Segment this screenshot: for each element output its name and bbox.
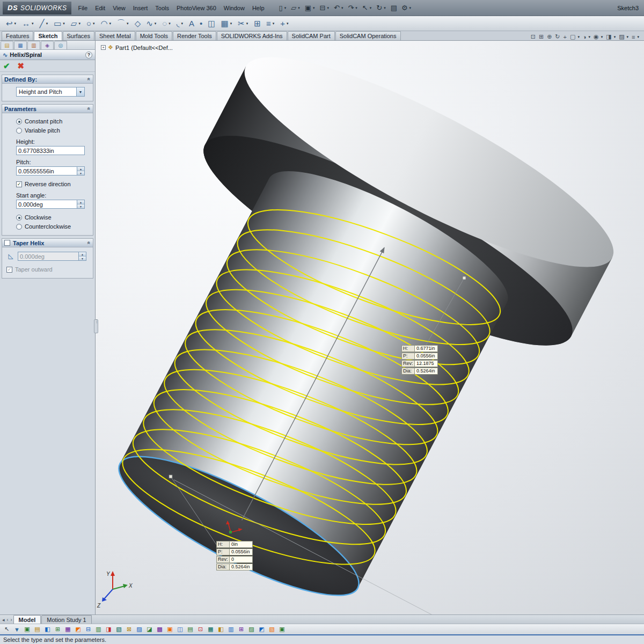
menu-item[interactable]: Insert: [129, 3, 152, 13]
tree-part-label[interactable]: Part1 (Default<<Def...: [115, 45, 173, 51]
cam-toolbar-icon[interactable]: ◩: [74, 625, 83, 634]
cam-toolbar-icon[interactable]: ⊟: [84, 625, 93, 634]
undo-icon[interactable]: ↶: [331, 3, 341, 13]
constant-pitch-radio[interactable]: Constant pitch: [16, 117, 62, 126]
dimxpertmanager-tab-icon[interactable]: ◈: [41, 41, 54, 49]
dropdown-caret-icon[interactable]: ▾: [92, 21, 97, 26]
dropdown-caret-icon[interactable]: ▾: [626, 35, 631, 39]
print-icon[interactable]: ⊟: [317, 3, 327, 13]
dropdown-caret-icon[interactable]: ▾: [14, 21, 18, 26]
graphics-area[interactable]: Y X Z + ❖ Part1 (Default<<Def... H:0.677…: [96, 41, 644, 614]
dropdown-caret-icon[interactable]: ▾: [326, 6, 331, 10]
cam-toolbar-icon[interactable]: ▦: [63, 625, 72, 634]
dropdown-caret-icon[interactable]: ▾: [613, 35, 618, 39]
variable-pitch-radio[interactable]: Variable pitch: [16, 126, 60, 135]
callout-value[interactable]: 0in: [229, 541, 253, 548]
display-style-icon[interactable]: ◑: [581, 34, 588, 40]
dropdown-caret-icon[interactable]: ▾: [369, 6, 374, 10]
defined-by-header[interactable]: Defined By: «: [2, 75, 93, 84]
counterclockwise-radio[interactable]: Counterclockwise: [16, 222, 71, 231]
exit-sketch-icon[interactable]: ↩: [2, 18, 14, 30]
sketch-fillet-icon[interactable]: ◟: [172, 18, 181, 30]
spinner-down-icon[interactable]: ▼: [77, 171, 84, 175]
collapse-chevron-icon[interactable]: «: [86, 78, 92, 81]
dropdown-caret-icon[interactable]: ▾: [601, 35, 605, 39]
dropdown-caret-icon[interactable]: ▾: [168, 21, 172, 26]
cam-select-icon[interactable]: ↖: [2, 625, 11, 634]
dropdown-caret-icon[interactable]: ▾: [126, 21, 130, 26]
dropdown-caret-icon[interactable]: ▾: [383, 6, 387, 10]
dropdown-caret-icon[interactable]: ▾: [284, 6, 288, 10]
menu-item[interactable]: Window: [220, 3, 248, 13]
command-tab[interactable]: Render Tools: [173, 31, 216, 40]
cancel-button[interactable]: ✖: [18, 61, 25, 71]
tab-scroll-left-icon[interactable]: ‹: [6, 617, 10, 624]
cam-toolbar-icon[interactable]: ⊡: [196, 625, 205, 634]
trim-entities-icon[interactable]: ✂: [233, 18, 246, 30]
selection-icon[interactable]: ↖: [359, 3, 369, 13]
dropdown-caret-icon[interactable]: ▾: [31, 21, 35, 26]
cam-toolbar-icon[interactable]: ▧: [267, 625, 276, 634]
file-properties-icon[interactable]: ▤: [387, 3, 398, 13]
helix-endpoint[interactable]: [463, 276, 466, 280]
spinner-up-icon[interactable]: ▲: [77, 167, 84, 171]
taper-angle-input[interactable]: 0.000deg ▲▼: [18, 252, 86, 261]
cam-toolbar-icon[interactable]: ▧: [114, 625, 123, 634]
taper-angle-spinner[interactable]: ▲▼: [78, 252, 86, 260]
tab-scroll-right-icon[interactable]: ›: [10, 617, 13, 624]
menu-item[interactable]: Tools: [151, 3, 173, 13]
linear-pattern-icon[interactable]: ▦: [217, 18, 230, 30]
displaymanager-tab-icon[interactable]: ◎: [54, 41, 67, 49]
save-icon[interactable]: ▣: [302, 3, 312, 13]
helix-top-callout[interactable]: H:0.6771inP:0.0556inRev:12.1875Dia:0.526…: [401, 345, 438, 375]
dropdown-caret-icon[interactable]: ▾: [355, 6, 359, 10]
cam-toolbar-icon[interactable]: ◫: [175, 625, 185, 634]
straight-slot-icon[interactable]: ▱: [67, 18, 78, 30]
tab-splitter-icon[interactable]: ◂: [1, 617, 6, 624]
callout-value[interactable]: 0.6771in: [414, 345, 438, 352]
collapse-chevron-icon[interactable]: «: [86, 107, 92, 111]
pitch-spinner[interactable]: ▲▼: [77, 167, 84, 175]
callout-value[interactable]: 0.5264in: [229, 564, 253, 570]
ok-button[interactable]: ✔: [3, 61, 10, 71]
dropdown-caret-icon[interactable]: ▾: [78, 21, 82, 26]
cam-toolbar-icon[interactable]: ▦: [206, 625, 215, 634]
panel-splitter-handle[interactable]: ⋮: [94, 319, 98, 333]
dropdown-caret-icon[interactable]: ▾: [286, 21, 290, 26]
mirror-entities-icon[interactable]: ◫: [203, 18, 216, 30]
standard-views-icon[interactable]: ▢: [568, 33, 577, 40]
edit-appearance-icon[interactable]: ◨: [604, 33, 613, 40]
menu-item[interactable]: PhotoView 360: [173, 3, 220, 13]
rebuild-icon[interactable]: ↻: [373, 3, 383, 13]
zoom-area-icon[interactable]: ⊞: [537, 33, 545, 40]
dropdown-caret-icon[interactable]: ▾: [341, 6, 345, 10]
open-document-icon[interactable]: ▱: [288, 3, 297, 13]
menu-item[interactable]: View: [109, 3, 129, 13]
cam-toolbar-icon[interactable]: ◧: [43, 625, 52, 634]
dropdown-caret-icon[interactable]: ▾: [46, 21, 50, 26]
command-tab[interactable]: SOLIDWORKS Add-Ins: [217, 31, 287, 40]
command-tab[interactable]: Features: [2, 31, 33, 40]
menu-item[interactable]: File: [74, 3, 91, 13]
propertymanager-tab-icon[interactable]: ▦: [14, 41, 27, 49]
chevron-down-icon[interactable]: ▼: [76, 87, 84, 96]
model-tab[interactable]: Model: [13, 615, 41, 624]
command-tab[interactable]: Sketch: [34, 31, 62, 40]
cylinder-model[interactable]: [96, 41, 634, 614]
helix-startpoint[interactable]: [169, 475, 172, 478]
3d-scene[interactable]: Y X Z: [96, 41, 644, 614]
parameters-header[interactable]: Parameters «: [2, 105, 93, 113]
start-angle-spinner[interactable]: ▲▼: [77, 200, 84, 208]
dropdown-caret-icon[interactable]: ▾: [272, 21, 276, 26]
origin-point[interactable]: [229, 531, 232, 533]
spinner-up-icon[interactable]: ▲: [77, 200, 84, 204]
cam-toolbar-icon[interactable]: ▣: [165, 625, 174, 634]
cam-toolbar-icon[interactable]: ⊠: [125, 625, 134, 634]
dropdown-caret-icon[interactable]: ▾: [246, 21, 250, 26]
radio-selected-icon[interactable]: [16, 215, 22, 221]
callout-value[interactable]: 0.0556in: [229, 548, 253, 555]
model-tab[interactable]: Motion Study 1: [41, 615, 91, 624]
dropdown-caret-icon[interactable]: ▾: [62, 21, 67, 26]
cam-toolbar-icon[interactable]: ◩: [257, 625, 266, 634]
cam-toolbar-icon[interactable]: ⊞: [237, 625, 246, 634]
